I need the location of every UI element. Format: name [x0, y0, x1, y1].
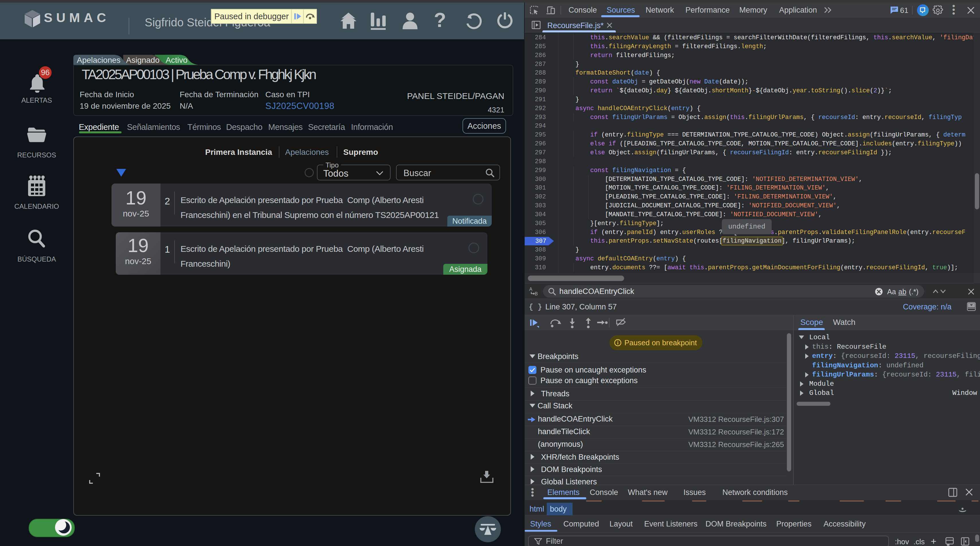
svg-text:A: A	[529, 287, 532, 292]
svg-text:B: B	[535, 291, 538, 296]
